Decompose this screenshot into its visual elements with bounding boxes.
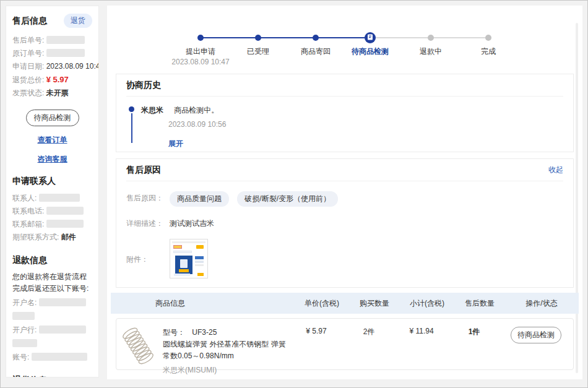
progress-line-done — [200, 37, 371, 38]
step-dot-refunding — [428, 35, 434, 41]
reason-description: 测试测试吉米 — [170, 217, 214, 229]
redacted-value — [12, 339, 37, 347]
after-sales-reason-section: 售后原因 收起 售后原因： 商品质量问题 破损/断裂/变形（使用前） 详细描述：… — [116, 158, 574, 288]
table-row: 型号： UF3-25 圆线螺旋弹簧 外径基准不锈钢型 弹簧常数0.05～0.98… — [116, 318, 574, 370]
redacted-value — [32, 353, 87, 361]
after-sales-detail-page: { "colors": { "accent_blue": "#2b5cb5", … — [0, 0, 588, 388]
subtotal-cell: ¥ 11.94 — [394, 327, 449, 335]
expand-link[interactable]: 展开 — [168, 139, 183, 149]
field-contact-email: 联系邮箱: — [12, 218, 92, 231]
return-section-title: 退货信息 — [12, 375, 92, 377]
field-account-number: 账号: — [12, 351, 92, 364]
unit-price-cell: ¥ 5.97 — [288, 327, 344, 335]
timeline-line — [131, 113, 132, 143]
redacted-value — [12, 312, 35, 320]
reason-tag: 破损/断裂/变形（使用前） — [237, 191, 338, 207]
step-dot-accepted — [255, 35, 261, 41]
refund-section-title: 退款信息 — [12, 255, 92, 266]
after-sales-qty-cell: 1件 — [449, 327, 499, 337]
reason-title: 售后原因 — [126, 165, 161, 176]
step-dot-inspection-current — [365, 32, 376, 43]
field-invoice-status: 发票状态: 未开票 — [12, 87, 92, 100]
step-dot-complete — [485, 35, 491, 41]
row-status-badge: 待商品检测 — [511, 327, 561, 343]
scrollbar[interactable] — [576, 23, 578, 373]
after-sales-sidebar: 售后信息 退货 售后单号: 原订单号: 申请日期: 2023.08.09 10:… — [6, 6, 99, 377]
collapse-link[interactable]: 收起 — [548, 165, 563, 175]
attachment-row: 附件： — [126, 239, 563, 278]
redacted-value — [39, 325, 86, 334]
return-goods-button[interactable]: 退货 — [64, 14, 92, 28]
message-time: 2023.08.09 10:56 — [168, 120, 563, 129]
contact-section-title: 申请联系人 — [12, 176, 92, 187]
after-sales-main: 提出申请 已受理 商品寄回 待商品检测 退款中 完成 2023.08.09 10… — [107, 6, 582, 379]
field-bank-name: 开户行: — [12, 324, 92, 347]
refund-note: 您的退款将在退货流程完成后返还至以下账号: — [12, 271, 92, 294]
step-dot-submitted — [197, 35, 204, 41]
reason-tags-row: 售后原因： 商品质量问题 破损/断裂/变形（使用前） — [126, 191, 563, 207]
view-order-link[interactable]: 查看订单 — [12, 135, 92, 145]
col-subtotal: 小计(含税) — [399, 298, 455, 309]
progress-stepper: 提出申请 已受理 商品寄回 待商品检测 退款中 完成 2023.08.09 10… — [107, 28, 582, 72]
col-qty: 购买数量 — [350, 298, 399, 309]
product-brand: 米思米(MISUMI) — [163, 364, 288, 376]
product-table-header: 商品信息 单价(含税) 购买数量 小计(含税) 售后数量 操作/状态 — [111, 293, 579, 314]
inspection-icon — [367, 33, 373, 42]
negotiation-title: 协商历史 — [126, 80, 161, 91]
col-unit-price: 单价(含税) — [294, 298, 350, 309]
field-order-no: 原订单号: — [12, 47, 92, 60]
col-after-sales-qty: 售后数量 — [455, 298, 504, 309]
redacted-value — [39, 194, 80, 202]
message-text: 商品检测中。 — [174, 106, 218, 114]
redacted-value — [46, 49, 85, 57]
sidebar-title: 售后信息 — [12, 15, 47, 27]
field-service-no: 售后单号: — [12, 34, 92, 47]
action-status-cell: 待商品检测 — [499, 327, 573, 343]
col-product-info: 商品信息 — [111, 298, 294, 309]
timeline-dot — [129, 106, 134, 112]
redacted-value — [46, 220, 84, 228]
reason-tag: 商品质量问题 — [170, 191, 229, 207]
field-account-name: 开户名: — [12, 296, 92, 320]
product-info-cell: 型号： UF3-25 圆线螺旋弹簧 外径基准不锈钢型 弹簧常数0.05～0.98… — [116, 327, 288, 376]
redacted-value — [46, 36, 85, 44]
step-date-submitted: 2023.08.09 10:47 — [157, 58, 244, 66]
negotiation-history-section: 协商历史 米思米 商品检测中。 2023.08.09 10:56 展开 — [116, 74, 574, 152]
negotiation-timeline: 米思米 商品检测中。 2023.08.09 10:56 展开 — [126, 97, 563, 149]
refund-total-price: ¥ 5.97 — [46, 75, 69, 84]
redacted-value — [39, 298, 86, 306]
status-badge: 待商品检测 — [26, 110, 79, 126]
step-dot-shipped-back — [313, 35, 319, 41]
message-sender: 米思米 — [141, 106, 163, 114]
col-action-status: 操作/状态 — [504, 298, 579, 309]
product-model-line: 型号： UF3-25 — [163, 327, 288, 338]
attachment-thumbnail[interactable] — [170, 239, 208, 278]
product-description: 圆线螺旋弹簧 外径基准不锈钢型 弹簧常数0.05～0.98N/mm — [163, 338, 288, 362]
field-contact-phone: 联系电话: — [12, 205, 92, 218]
reason-desc-row: 详细描述： 测试测试吉米 — [126, 217, 563, 229]
product-model: UF3-25 — [192, 328, 217, 337]
step-label-complete: 完成 — [451, 46, 525, 57]
redacted-value — [46, 207, 84, 215]
field-refund-total: 退货总价: ¥ 5.97 — [12, 73, 92, 87]
contact-support-link[interactable]: 咨询客服 — [12, 154, 92, 165]
field-contact-name: 联系人: — [12, 192, 92, 205]
field-contact-method: 期望联系方式: 邮件 — [12, 231, 92, 244]
spring-product-image[interactable] — [121, 325, 155, 367]
qty-cell: 2件 — [344, 327, 394, 337]
field-apply-date: 申请日期: 2023.08.09 10:47 — [12, 60, 92, 73]
